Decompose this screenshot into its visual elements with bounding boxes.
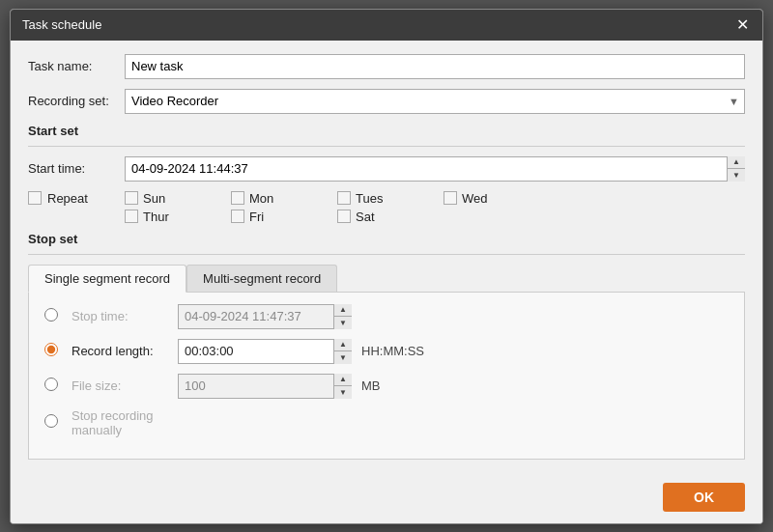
start-time-down-button[interactable]: ▼ bbox=[728, 169, 745, 182]
file-size-spinner-wrapper: ▲ ▼ bbox=[178, 374, 352, 399]
file-size-row: File size: ▲ ▼ MB bbox=[44, 374, 729, 399]
file-size-input[interactable] bbox=[178, 374, 352, 399]
start-set-header: Start set bbox=[28, 124, 745, 138]
tab-content-single: Stop time: ▲ ▼ Record length: bbox=[28, 293, 745, 460]
wed-checkbox[interactable] bbox=[444, 191, 457, 205]
mon-label: Mon bbox=[249, 191, 273, 206]
wed-label: Wed bbox=[462, 191, 488, 206]
days-grid: Sun Mon Tues Wed bbox=[125, 191, 550, 224]
start-set-section: Start set Start time: ▲ ▼ Repeat bbox=[28, 124, 745, 224]
start-time-row: Start time: ▲ ▼ bbox=[28, 156, 745, 182]
record-length-radio[interactable] bbox=[44, 343, 58, 356]
repeat-label-area: Repeat bbox=[28, 191, 125, 206]
file-size-radio[interactable] bbox=[44, 378, 58, 391]
day-sun: Sun bbox=[125, 191, 231, 206]
task-schedule-dialog: Task schedule ✕ Task name: Recording set… bbox=[10, 9, 763, 524]
record-length-row: Record length: ▲ ▼ HH:MM:SS bbox=[44, 339, 729, 364]
day-fri: Fri bbox=[231, 210, 337, 224]
file-size-up-button[interactable]: ▲ bbox=[334, 374, 352, 387]
recording-set-row: Recording set: Video Recorder ▼ bbox=[28, 89, 745, 114]
record-length-input[interactable] bbox=[178, 339, 352, 364]
dialog-title: Task schedule bbox=[22, 17, 101, 32]
recording-set-select[interactable]: Video Recorder bbox=[125, 89, 745, 114]
stop-time-radio[interactable] bbox=[44, 308, 58, 322]
mon-checkbox[interactable] bbox=[231, 191, 244, 205]
stop-time-up-button[interactable]: ▲ bbox=[334, 304, 352, 318]
file-size-radio-col bbox=[44, 378, 72, 394]
stop-set-header: Stop set bbox=[28, 232, 745, 246]
thur-checkbox[interactable] bbox=[125, 210, 138, 223]
stop-time-arrows: ▲ ▼ bbox=[333, 304, 352, 329]
repeat-checkbox[interactable] bbox=[28, 191, 42, 205]
file-size-label: File size: bbox=[72, 378, 178, 393]
start-set-divider bbox=[28, 146, 745, 147]
start-time-label: Start time: bbox=[28, 161, 125, 176]
tues-checkbox[interactable] bbox=[337, 191, 351, 205]
ok-button[interactable]: OK bbox=[663, 483, 745, 512]
file-size-down-button[interactable]: ▼ bbox=[334, 386, 352, 399]
day-sat: Sat bbox=[337, 210, 444, 224]
record-length-unit: HH:MM:SS bbox=[361, 344, 424, 358]
recording-set-wrapper: Video Recorder ▼ bbox=[125, 89, 745, 114]
repeat-row: Repeat Sun Mon Tues bbox=[28, 191, 745, 224]
stop-set-divider bbox=[28, 254, 745, 255]
stop-manual-row: Stop recording manually bbox=[44, 408, 729, 437]
task-name-row: Task name: bbox=[28, 54, 745, 79]
start-time-up-button[interactable]: ▲ bbox=[728, 156, 745, 170]
record-length-radio-col bbox=[44, 343, 72, 359]
stop-time-row: Stop time: ▲ ▼ bbox=[44, 304, 729, 329]
sat-label: Sat bbox=[356, 210, 375, 224]
stop-manual-radio-col bbox=[44, 414, 72, 431]
record-length-label: Record length: bbox=[72, 344, 178, 358]
file-size-unit: MB bbox=[361, 378, 381, 393]
footer: OK bbox=[11, 473, 762, 523]
record-length-down-button[interactable]: ▼ bbox=[334, 351, 352, 364]
day-wed: Wed bbox=[444, 191, 550, 206]
stop-time-down-button[interactable]: ▼ bbox=[334, 317, 352, 329]
thur-label: Thur bbox=[143, 210, 169, 224]
task-name-input[interactable] bbox=[125, 54, 745, 79]
stop-set-section: Stop set Single segment record Multi-seg… bbox=[28, 232, 745, 460]
sat-checkbox[interactable] bbox=[337, 210, 351, 223]
record-length-up-button[interactable]: ▲ bbox=[334, 339, 352, 352]
close-button[interactable]: ✕ bbox=[734, 17, 751, 33]
fri-checkbox[interactable] bbox=[231, 210, 244, 223]
title-bar: Task schedule ✕ bbox=[11, 10, 762, 41]
day-mon: Mon bbox=[231, 191, 337, 206]
tab-single-segment[interactable]: Single segment record bbox=[28, 265, 186, 293]
stop-manual-label: Stop recording manually bbox=[72, 408, 178, 437]
task-name-label: Task name: bbox=[28, 59, 125, 73]
record-length-spinner-wrapper: ▲ ▼ bbox=[178, 339, 352, 364]
tues-label: Tues bbox=[356, 191, 383, 206]
day-thur: Thur bbox=[125, 210, 231, 224]
day-tues: Tues bbox=[337, 191, 444, 206]
sun-checkbox[interactable] bbox=[125, 191, 138, 205]
stop-time-input[interactable] bbox=[178, 304, 352, 329]
dialog-body: Task name: Recording set: Video Recorder… bbox=[11, 41, 762, 473]
record-length-arrows: ▲ ▼ bbox=[333, 339, 352, 364]
file-size-arrows: ▲ ▼ bbox=[333, 374, 352, 399]
recording-set-label: Recording set: bbox=[28, 94, 125, 108]
tabs-row: Single segment record Multi-segment reco… bbox=[28, 265, 745, 293]
stop-time-spinner-wrapper: ▲ ▼ bbox=[178, 304, 352, 329]
stop-time-label: Stop time: bbox=[72, 309, 178, 323]
tab-multi-segment[interactable]: Multi-segment record bbox=[186, 265, 337, 292]
start-time-spinner: ▲ ▼ bbox=[727, 156, 745, 182]
stop-time-radio-col bbox=[44, 308, 72, 324]
start-time-wrapper: ▲ ▼ bbox=[125, 156, 745, 182]
sun-label: Sun bbox=[143, 191, 165, 206]
repeat-label: Repeat bbox=[47, 191, 88, 206]
fri-label: Fri bbox=[249, 210, 264, 224]
stop-manual-radio[interactable] bbox=[44, 414, 58, 428]
start-time-input[interactable] bbox=[125, 156, 745, 182]
